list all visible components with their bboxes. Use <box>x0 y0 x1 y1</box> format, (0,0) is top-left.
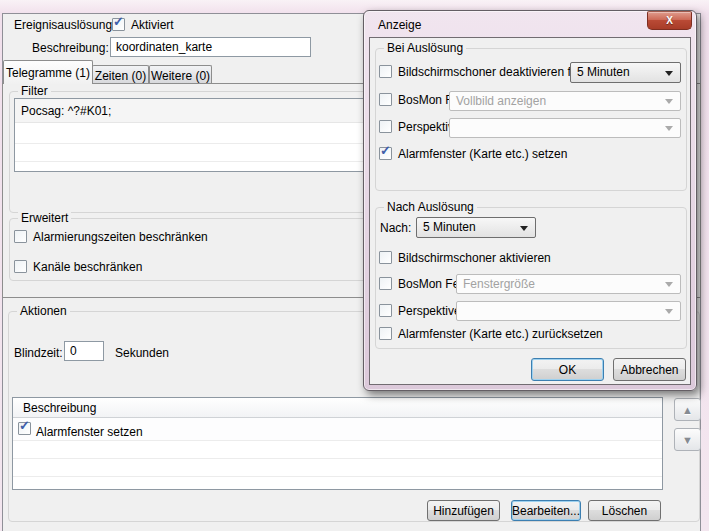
list-separator <box>13 476 662 477</box>
edit-button[interactable]: Bearbeiten... <box>511 500 581 521</box>
actions-table[interactable]: Beschreibung ✓ Alarmfenster setzen <box>12 397 663 490</box>
dropdown-arrow-icon <box>665 282 673 287</box>
ok-button[interactable]: OK <box>531 358 604 381</box>
screensaver-activate-label: Bildschirmschoner aktivieren <box>398 252 551 265</box>
activated-checkbox[interactable]: ✓ <box>112 18 125 31</box>
restrict-alarm-times-checkbox[interactable]: ✓ <box>14 230 27 243</box>
move-up-button[interactable]: ▲ <box>674 398 701 421</box>
dialog-title: Anzeige <box>378 18 421 32</box>
delete-button[interactable]: Löschen <box>588 500 661 521</box>
check-icon: ✓ <box>19 419 32 433</box>
after-trigger-group-title: Nach Auslösung <box>384 201 477 214</box>
dropdown-arrow-icon <box>520 226 528 231</box>
bosmon-window-combo: Vollbild anzeigen <box>449 91 681 111</box>
actions-group-title: Aktionen <box>17 305 70 318</box>
alarm-window-set-checkbox[interactable]: ✓ <box>379 147 392 160</box>
combo-value: 5 Minuten <box>423 220 476 234</box>
description-label: Beschreibung: <box>32 42 109 55</box>
on-trigger-group-title: Bei Auslösung <box>384 42 466 55</box>
dropdown-arrow-icon <box>665 71 673 76</box>
combo-value: Fenstergröße <box>463 277 535 291</box>
blind-time-input[interactable]: 0 <box>64 341 104 361</box>
dialog-window: Anzeige X Bei Auslösung ✓ Bildschirmscho… <box>363 10 697 391</box>
list-separator <box>13 458 662 459</box>
dialog-client-area: Bei Auslösung ✓ Bildschirmschoner deakti… <box>369 37 691 385</box>
blind-time-unit-label: Sekunden <box>115 347 169 360</box>
perspective-reset-combo <box>456 301 681 321</box>
after-label: Nach: <box>380 222 411 235</box>
filter-entry-text: Pocsag: ^?#K01; <box>21 105 111 118</box>
close-icon: X <box>666 15 673 26</box>
alarm-window-set-label: Alarmfenster (Karte etc.) setzen <box>398 148 567 161</box>
after-duration-combo[interactable]: 5 Minuten <box>416 217 536 238</box>
list-separator <box>13 440 662 441</box>
cancel-button[interactable]: Abbrechen <box>613 358 686 381</box>
after-trigger-group: Nach Auslösung Nach: 5 Minuten ✓ Bildsch… <box>375 207 687 349</box>
on-trigger-group: Bei Auslösung ✓ Bildschirmschoner deakti… <box>375 48 687 191</box>
description-input[interactable]: koordinaten_karte <box>110 37 311 57</box>
screensaver-activate-checkbox[interactable]: ✓ <box>379 251 392 264</box>
dropdown-arrow-icon <box>665 99 673 104</box>
perspective-combo <box>449 118 681 138</box>
table-header-label: Beschreibung <box>23 402 96 415</box>
check-icon: ✓ <box>113 15 126 29</box>
filter-group-title: Filter <box>18 85 51 98</box>
activated-checkbox-label: Aktiviert <box>131 19 174 32</box>
move-down-button[interactable]: ▼ <box>674 428 701 451</box>
perspective-reset-checkbox[interactable]: ✓ <box>379 304 392 317</box>
bosmon-window-reset-combo: Fenstergröße <box>456 274 681 294</box>
add-button[interactable]: Hinzufügen <box>427 500 500 521</box>
row-checkbox[interactable]: ✓ <box>18 422 31 435</box>
screensaver-deactivate-label: Bildschirmschoner deaktivieren für: <box>398 66 585 79</box>
check-icon: ✓ <box>380 144 393 158</box>
screensaver-deactivate-checkbox[interactable]: ✓ <box>379 65 392 78</box>
table-row[interactable]: ✓ Alarmfenster setzen <box>13 418 662 440</box>
restrict-channels-checkbox[interactable]: ✓ <box>14 260 27 273</box>
alarm-window-reset-label: Alarmfenster (Karte etc.) zurücksetzen <box>398 328 603 341</box>
advanced-group-title: Erweitert <box>18 212 71 225</box>
dropdown-arrow-icon <box>665 309 673 314</box>
restrict-channels-label: Kanäle beschränken <box>33 261 142 274</box>
tab-weitere[interactable]: Weitere (0) <box>149 65 212 84</box>
screensaver-duration-combo[interactable]: 5 Minuten <box>570 62 681 83</box>
bosmon-window-reset-checkbox[interactable]: ✓ <box>379 277 392 290</box>
arrow-down-icon: ▼ <box>682 434 693 446</box>
combo-value: Vollbild anzeigen <box>456 94 546 108</box>
arrow-up-icon: ▲ <box>682 404 693 416</box>
blind-time-label: Blindzeit: <box>14 347 63 360</box>
dropdown-arrow-icon <box>665 126 673 131</box>
table-row-label: Alarmfenster setzen <box>36 426 143 439</box>
bosmon-window-checkbox[interactable]: ✓ <box>379 93 392 106</box>
table-header[interactable]: Beschreibung <box>13 398 662 418</box>
tab-telegramme[interactable]: Telegramme (1) <box>3 60 93 84</box>
perspective-checkbox[interactable]: ✓ <box>379 120 392 133</box>
alarm-window-reset-checkbox[interactable]: ✓ <box>379 327 392 340</box>
event-trigger-label: Ereignisauslösung: <box>14 19 115 32</box>
tab-zeiten[interactable]: Zeiten (0) <box>92 65 149 84</box>
close-button[interactable]: X <box>647 11 692 30</box>
restrict-alarm-times-label: Alarmierungszeiten beschränken <box>33 231 208 244</box>
combo-value: 5 Minuten <box>577 65 630 79</box>
